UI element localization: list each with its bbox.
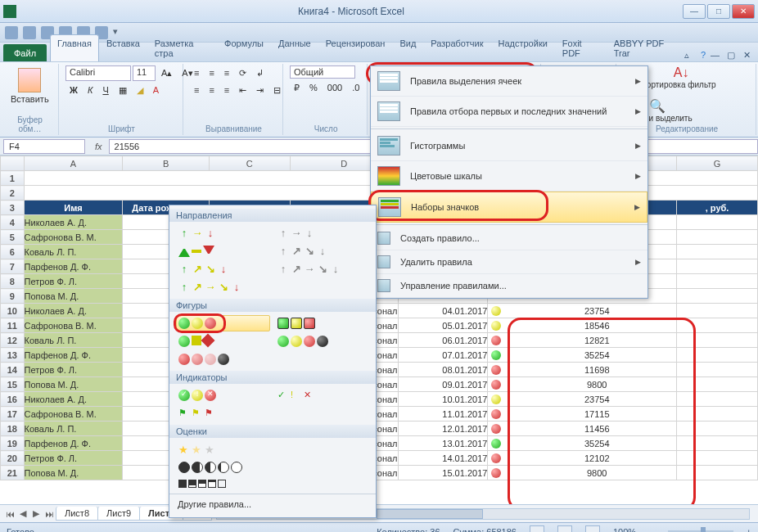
win-minimize-icon[interactable]: — xyxy=(711,50,722,61)
save-icon[interactable] xyxy=(5,26,18,39)
cell[interactable] xyxy=(677,407,758,422)
last-sheet-icon[interactable]: ⏭ xyxy=(43,509,56,519)
tab-Главная[interactable]: Главная xyxy=(50,34,99,61)
cell[interactable] xyxy=(677,245,758,259)
zoom-out-icon[interactable]: − xyxy=(649,527,654,533)
iconsets-other-rules[interactable]: Другие правила... xyxy=(169,494,376,514)
sheet-tab[interactable]: Лист8 xyxy=(56,507,98,521)
row-header[interactable]: 8 xyxy=(1,274,25,289)
minimize-button[interactable]: — xyxy=(683,4,706,19)
cell[interactable] xyxy=(677,259,758,274)
tab-Данные[interactable]: Данные xyxy=(271,34,318,61)
row-header[interactable]: 10 xyxy=(1,304,25,318)
row-header[interactable]: 20 xyxy=(1,451,25,466)
tab-Foxit PDF[interactable]: Foxit PDF xyxy=(555,34,607,61)
row-header[interactable]: 18 xyxy=(1,422,25,436)
cell-value[interactable]: 9800 xyxy=(488,466,677,480)
iconset-3arrows-gray[interactable]: ↑→↓ xyxy=(275,225,369,241)
align-top-icon[interactable]: ≡ xyxy=(190,65,203,81)
cell-value[interactable]: 35254 xyxy=(488,348,677,363)
prev-sheet-icon[interactable]: ◀ xyxy=(16,508,29,519)
row-header[interactable]: 11 xyxy=(1,318,25,333)
row-header[interactable]: 6 xyxy=(1,245,25,259)
cell[interactable] xyxy=(677,392,758,407)
font-name-select[interactable]: Calibri xyxy=(65,65,131,81)
cell-name[interactable]: Коваль Л. П. xyxy=(24,422,123,436)
wrap-text-icon[interactable]: ↲ xyxy=(252,65,268,81)
maximize-button[interactable]: □ xyxy=(707,4,730,19)
font-size-select[interactable]: 11 xyxy=(133,65,156,81)
fill-color-icon[interactable]: ◢ xyxy=(133,83,147,98)
table-row[interactable]: 15 Попова М. Д. 19 персонал 09.01.2017 9… xyxy=(1,377,758,392)
iconset-4arrows-gray[interactable]: ↑↗↘↓ xyxy=(275,243,369,259)
cell-name[interactable]: Попова М. Д. xyxy=(24,289,123,304)
tab-Формулы[interactable]: Формулы xyxy=(217,34,271,61)
iconset-4arrows-color[interactable]: ↑↗↘↓ xyxy=(176,261,270,277)
cell-name[interactable]: Парфенов Д. Ф. xyxy=(24,436,123,451)
zoom-in-icon[interactable]: + xyxy=(747,527,751,533)
increase-font-icon[interactable]: A▴ xyxy=(157,65,176,81)
indent-dec-icon[interactable]: ⇤ xyxy=(235,83,250,98)
cell-date[interactable]: 09.01.2017 xyxy=(398,377,488,392)
paste-button[interactable]: Вставить xyxy=(7,65,53,106)
table-row[interactable]: 13 Парфенов Д. Ф. 19 сонал 07.01.2017 35… xyxy=(1,348,758,363)
win-restore-icon[interactable]: ▢ xyxy=(727,50,738,61)
tab-Вид[interactable]: Вид xyxy=(392,34,423,61)
cf-databars[interactable]: Гистограммы xyxy=(371,131,647,161)
cell[interactable] xyxy=(677,318,758,333)
indent-inc-icon[interactable]: ⇥ xyxy=(252,83,268,98)
cell-name[interactable]: Николаев А. Д. xyxy=(24,392,123,407)
cell[interactable] xyxy=(677,230,758,245)
table-row[interactable]: 19 Парфенов Д. Ф. 19 сонал 13.01.2017 35… xyxy=(1,436,758,451)
cell-value[interactable]: 23754 xyxy=(488,304,677,318)
col-header[interactable]: C xyxy=(209,156,290,171)
inc-decimal-icon[interactable]: .0 xyxy=(348,80,363,96)
tab-Разработчик[interactable]: Разработчик xyxy=(423,34,490,61)
row-header[interactable]: 15 xyxy=(1,377,25,392)
align-mid-icon[interactable]: ≡ xyxy=(205,65,218,81)
cell-value[interactable]: 11698 xyxy=(488,363,677,377)
cell-name[interactable]: Сафронова В. М. xyxy=(24,230,123,245)
percent-icon[interactable]: % xyxy=(305,80,322,96)
row-header[interactable]: 12 xyxy=(1,333,25,348)
cf-clear-rules[interactable]: Удалить правила xyxy=(371,250,647,274)
tab-Разметка стра[interactable]: Разметка стра xyxy=(147,34,217,61)
table-row[interactable]: 10 Николаев А. Д. 19 сонал 04.01.2017 23… xyxy=(1,304,758,318)
cell[interactable] xyxy=(677,215,758,230)
cell-value[interactable]: 35254 xyxy=(488,436,677,451)
cell-name[interactable]: Коваль Л. П. xyxy=(24,245,123,259)
bold-icon[interactable]: Ж xyxy=(65,83,82,98)
cell-name[interactable]: Коваль Л. П. xyxy=(24,333,123,348)
cell-name[interactable]: Николаев А. Д. xyxy=(24,304,123,318)
help-icon[interactable]: ? xyxy=(701,50,706,61)
iconset-3trafficlights-rimmed[interactable] xyxy=(275,315,369,331)
cf-manage-rules[interactable]: Управление правилами... xyxy=(371,274,647,298)
cell[interactable] xyxy=(677,451,758,466)
cell-name[interactable]: Сафронова В. М. xyxy=(24,407,123,422)
row-header[interactable]: 14 xyxy=(1,363,25,377)
font-color-icon[interactable]: A xyxy=(149,83,163,98)
row-header[interactable]: 5 xyxy=(1,230,25,245)
table-row[interactable]: 20 Петров Ф. Л. 19 сонал 14.01.2017 1210… xyxy=(1,451,758,466)
cell-name[interactable]: Петров Ф. Л. xyxy=(24,274,123,289)
underline-icon[interactable]: Ч xyxy=(98,83,112,98)
row-header[interactable]: 2 xyxy=(1,186,25,201)
iconset-3trafficlights[interactable] xyxy=(176,315,270,331)
cell-value[interactable]: 9800 xyxy=(488,377,677,392)
row-header[interactable]: 13 xyxy=(1,348,25,363)
cell-value[interactable]: 12102 xyxy=(488,451,677,466)
cell-name[interactable]: Парфенов Д. Ф. xyxy=(24,259,123,274)
cell-date[interactable]: 15.01.2017 xyxy=(398,466,488,480)
iconset-5quarters[interactable] xyxy=(176,459,270,476)
view-normal-icon[interactable] xyxy=(530,525,544,533)
border-icon[interactable]: ▦ xyxy=(115,83,131,98)
cell[interactable] xyxy=(677,436,758,451)
table-row[interactable]: 16 Николаев А. Д. 19 сонал 10.01.2017 23… xyxy=(1,392,758,407)
win-close-icon[interactable]: ✕ xyxy=(743,50,755,61)
tab-ABBYY PDF Trar[interactable]: ABBYY PDF Trar xyxy=(607,34,684,61)
iconset-5arrows-color[interactable]: ↑↗→↘↓ xyxy=(176,279,270,295)
row-header[interactable]: 4 xyxy=(1,215,25,230)
cf-rules-top[interactable]: Правила отбора первых и последних значен… xyxy=(371,97,647,127)
row-header[interactable]: 9 xyxy=(1,289,25,304)
cell-date[interactable]: 10.01.2017 xyxy=(398,392,488,407)
